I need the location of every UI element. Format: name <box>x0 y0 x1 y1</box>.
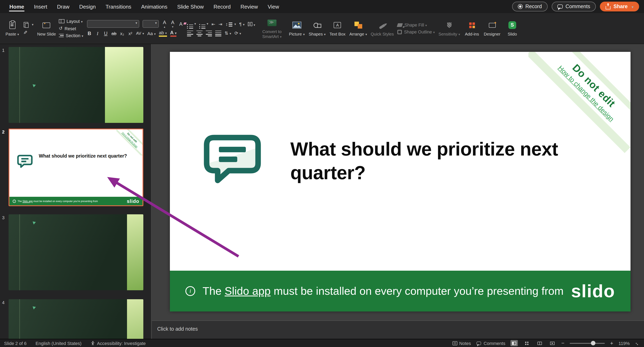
sensitivity-button[interactable]: Sensitivity <box>438 20 460 36</box>
sensitivity-icon <box>447 22 452 28</box>
font-color-button[interactable]: A <box>170 30 176 37</box>
slido-addin-button[interactable]: S Slido <box>504 20 520 36</box>
mini-slide-title: What should we prioritize next quarter? <box>39 153 136 159</box>
banner-text: The Slido app must be installed on every… <box>202 285 564 298</box>
columns-button[interactable] <box>248 22 255 27</box>
new-slide-button[interactable]: New Slide <box>37 20 56 36</box>
record-button[interactable]: Record <box>512 2 548 12</box>
tab-slide-show[interactable]: Slide Show <box>173 0 208 12</box>
tab-view[interactable]: View <box>263 0 284 12</box>
tab-design[interactable]: Design <box>75 0 100 12</box>
paste-button[interactable]: Paste <box>4 20 20 36</box>
font-size-combo[interactable] <box>142 20 159 28</box>
tab-draw[interactable]: Draw <box>52 0 74 12</box>
share-button[interactable]: Share <box>600 2 639 12</box>
slido-app-link[interactable]: Slido app <box>224 285 270 297</box>
slide-title-textbox[interactable]: What should we prioritize next quarter? <box>290 138 576 184</box>
font-name-combo[interactable] <box>87 20 139 28</box>
language-selector[interactable]: English (United States) <box>36 341 82 346</box>
slide-sorter-view-button[interactable] <box>523 340 531 346</box>
bold-button[interactable]: B <box>87 31 92 36</box>
slideshow-button[interactable] <box>549 340 556 346</box>
slide-thumbnail-1[interactable] <box>8 47 143 123</box>
text-direction-button[interactable]: ¶ <box>239 22 244 27</box>
picture-icon <box>292 20 302 30</box>
decrease-indent-button[interactable]: ⇤ <box>212 22 215 27</box>
zoom-slider[interactable] <box>570 343 605 344</box>
rotate-text-button[interactable]: ⟳ <box>234 31 241 36</box>
align-right-button[interactable] <box>206 30 212 36</box>
underline-button[interactable]: U <box>103 31 108 36</box>
numbering-button[interactable] <box>199 20 208 28</box>
zoom-slider-knob[interactable] <box>591 341 596 345</box>
accessibility-status[interactable]: Accessibility: Investigate <box>90 341 146 346</box>
normal-view-button[interactable] <box>511 340 518 346</box>
vertical-align-button[interactable]: ⇅ <box>224 31 231 36</box>
tab-animations[interactable]: Animations <box>136 0 172 12</box>
share-caret-icon <box>630 4 634 10</box>
shrink-font-button[interactable]: A▾ <box>170 20 175 28</box>
format-painter-button[interactable] <box>23 30 34 35</box>
section-icon <box>59 34 64 37</box>
slide-thumbnail-4[interactable] <box>8 299 143 339</box>
shape-outline-button[interactable]: Shape Outline <box>398 30 435 34</box>
tab-insert[interactable]: Insert <box>30 0 52 12</box>
font-group: A▴ A▾ A B I U ab x₂ x² AV Aa ab A <box>87 20 183 37</box>
thumbnail-accent-band <box>105 47 143 123</box>
tab-record[interactable]: Record <box>209 0 235 12</box>
quick-styles-button[interactable]: Quick Styles <box>370 20 394 36</box>
comments-button[interactable]: Comments <box>552 2 596 12</box>
reset-button[interactable]: Reset <box>59 26 83 31</box>
highlight-color-button[interactable]: ab <box>159 30 167 37</box>
fit-to-window-button[interactable]: ↔ <box>634 340 641 347</box>
screen: Home Insert Draw Design Transitions Anim… <box>0 0 644 347</box>
picture-button[interactable]: Picture <box>289 20 305 36</box>
convert-smartart-button[interactable]: Convert to SmartArt <box>259 18 285 39</box>
layout-icon <box>59 19 64 23</box>
align-center-button[interactable] <box>196 30 202 36</box>
zoom-in-button[interactable]: + <box>610 340 613 346</box>
line-spacing-button[interactable]: ↕ <box>226 22 236 27</box>
notes-panel[interactable]: Click to add notes <box>152 320 644 339</box>
slide-thumbnail-3[interactable] <box>8 214 143 290</box>
clear-formatting-button[interactable]: A <box>178 22 183 26</box>
change-case-button[interactable]: Aa <box>148 31 156 36</box>
designer-icon <box>488 23 496 28</box>
comments-toggle[interactable]: Comments <box>476 341 505 346</box>
reading-view-button[interactable] <box>536 340 543 346</box>
superscript-button[interactable]: x² <box>128 31 133 36</box>
shape-fill-button[interactable]: Shape Fill <box>398 22 435 27</box>
comments-icon <box>477 342 481 345</box>
zoom-level[interactable]: 119% <box>618 341 630 346</box>
slide-thumbnail-2-selected[interactable]: Do not edit How to change the design Wha… <box>8 128 143 206</box>
slide-number-3: 3 <box>0 214 8 220</box>
copy-button[interactable] <box>23 22 34 28</box>
text-box-button[interactable]: A Text Box <box>329 20 346 36</box>
info-icon: i <box>186 286 195 296</box>
grow-font-button[interactable]: A▴ <box>162 20 167 28</box>
tab-transitions[interactable]: Transitions <box>101 0 136 12</box>
character-spacing-button[interactable]: AV <box>136 32 144 36</box>
strikethrough-button[interactable]: ab <box>112 31 116 36</box>
bullets-button[interactable] <box>187 20 196 28</box>
tab-review[interactable]: Review <box>236 0 262 12</box>
section-button[interactable]: Section <box>59 33 83 38</box>
slide-canvas[interactable]: Do not edit How to change the design Wha… <box>170 52 630 312</box>
add-ins-button[interactable]: Add-ins <box>464 20 480 36</box>
justify-button[interactable] <box>215 30 221 36</box>
align-left-button[interactable] <box>187 30 193 36</box>
subscript-button[interactable]: x₂ <box>120 31 124 36</box>
designer-button[interactable]: Designer <box>484 20 500 36</box>
shapes-icon <box>313 20 321 30</box>
increase-indent-button[interactable]: ⇥ <box>218 22 222 27</box>
thumbnail-accent-band <box>127 299 143 339</box>
arrange-button[interactable]: Arrange <box>349 20 367 36</box>
smartart-label: Convert to SmartArt <box>259 30 285 39</box>
notes-toggle[interactable]: Notes <box>452 341 471 346</box>
zoom-out-button[interactable]: − <box>561 340 564 346</box>
tab-home[interactable]: Home <box>5 0 28 12</box>
shape-fill-icon <box>397 23 403 27</box>
shapes-button[interactable]: Shapes <box>309 20 326 36</box>
layout-button[interactable]: Layout <box>59 19 83 24</box>
italic-button[interactable]: I <box>95 31 100 36</box>
